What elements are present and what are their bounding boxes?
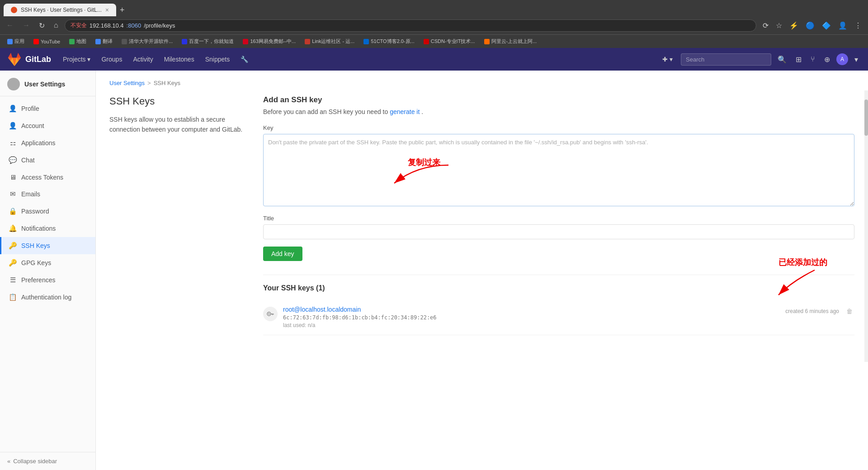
extension1-button[interactable]: ⚡ bbox=[787, 19, 801, 32]
topnav-milestones[interactable]: Milestones bbox=[160, 53, 199, 66]
key-textarea[interactable] bbox=[263, 134, 854, 206]
topnav-activity[interactable]: Activity bbox=[128, 53, 157, 66]
sidebar-item-emails-label: Emails bbox=[21, 190, 40, 198]
gpg-keys-icon: 🔑 bbox=[9, 259, 17, 267]
breadcrumb-parent-link[interactable]: User Settings bbox=[109, 80, 145, 86]
gitlab-logo-icon bbox=[7, 52, 22, 66]
profile-browser-button[interactable]: 👤 bbox=[835, 19, 850, 32]
sidebar-item-auth-log[interactable]: 📋 Authentication log bbox=[0, 289, 95, 306]
title-input[interactable] bbox=[263, 224, 854, 239]
account-icon: 👤 bbox=[9, 122, 17, 130]
svg-point-3 bbox=[269, 313, 270, 315]
scrollbar[interactable] bbox=[864, 90, 868, 362]
sidebar-item-gpg-keys-label: GPG Keys bbox=[21, 259, 51, 266]
collapse-icon: « bbox=[7, 458, 10, 465]
menu-button[interactable]: ⋮ bbox=[852, 19, 864, 32]
bookmark-baidu[interactable]: 百度一下，你就知道 bbox=[178, 37, 237, 46]
bookmark-apps[interactable]: 应用 bbox=[4, 37, 28, 46]
topnav-user-menu-button[interactable]: ▾ bbox=[852, 52, 861, 66]
bookmark-aliyun-icon bbox=[484, 39, 490, 44]
extension3-button[interactable]: 🔷 bbox=[819, 19, 834, 32]
sidebar-user: User Settings bbox=[0, 71, 95, 96]
scroll-thumb[interactable] bbox=[864, 100, 868, 136]
sidebar-item-account[interactable]: 👤 Account bbox=[0, 117, 95, 134]
gitlab-logo[interactable]: GitLab bbox=[7, 52, 51, 66]
key-icon-svg bbox=[267, 310, 274, 318]
new-tab-button[interactable]: + bbox=[116, 4, 128, 17]
bookmark-button[interactable]: ☆ bbox=[773, 19, 785, 32]
sidebar-item-emails[interactable]: ✉ Emails bbox=[0, 185, 95, 203]
ssh-key-details: root@localhost.localdomain 6c:72:63:7d:f… bbox=[283, 306, 780, 328]
topnav-search-input[interactable] bbox=[681, 53, 771, 66]
bookmark-csdn-icon bbox=[424, 39, 429, 44]
auth-log-icon: 📋 bbox=[9, 293, 17, 301]
topnav-wrench[interactable]: 🔧 bbox=[236, 53, 253, 66]
active-tab[interactable]: SSH Keys · User Settings · GitL... × bbox=[4, 4, 116, 16]
topnav-projects[interactable]: Projects ▾ bbox=[58, 53, 95, 66]
tab-favicon bbox=[11, 7, 17, 13]
sidebar-item-ssh-keys[interactable]: 🔑 SSH Keys bbox=[0, 237, 95, 254]
breadcrumb-separator: > bbox=[147, 80, 151, 86]
generate-it-link[interactable]: generate it bbox=[390, 108, 420, 115]
url-port: :8060 bbox=[127, 22, 142, 29]
sidebar-item-notifications[interactable]: 🔔 Notifications bbox=[0, 220, 95, 237]
bookmark-163[interactable]: 163网易免费邮--中... bbox=[239, 37, 299, 46]
bookmark-51cto[interactable]: 51CTO博客2.0-原... bbox=[360, 37, 418, 46]
bookmark-baidu-icon bbox=[182, 39, 187, 44]
refresh-button[interactable]: ↻ bbox=[36, 19, 47, 32]
browser-chrome: SSH Keys · User Settings · GitL... × + ←… bbox=[0, 0, 868, 48]
sidebar-item-access-tokens[interactable]: 🖥 Access Tokens bbox=[0, 169, 95, 185]
bookmark-link[interactable]: Link运维社区 - 运... bbox=[301, 37, 358, 46]
sidebar-item-account-label: Account bbox=[21, 122, 44, 129]
add-key-button[interactable]: Add key bbox=[263, 247, 302, 261]
topnav-snippets[interactable]: Snippets bbox=[201, 53, 234, 66]
sidebar-item-gpg-keys[interactable]: 🔑 GPG Keys bbox=[0, 254, 95, 271]
bookmark-link-icon bbox=[305, 39, 310, 44]
sidebar-item-password-label: Password bbox=[21, 208, 49, 215]
home-button[interactable]: ⌂ bbox=[51, 19, 61, 31]
topnav-fork-button[interactable]: ⑂ bbox=[808, 52, 818, 66]
topnav-mr-button[interactable]: ⊕ bbox=[821, 52, 833, 66]
topnav-user-avatar[interactable]: A bbox=[836, 53, 848, 65]
ssh-keys-title: SSH Keys bbox=[109, 95, 245, 107]
sidebar-item-chat-label: Chat bbox=[21, 157, 35, 164]
ssh-key-item: root@localhost.localdomain 6c:72:63:7d:f… bbox=[263, 299, 854, 335]
back-button[interactable]: ← bbox=[4, 19, 16, 31]
bookmark-tsinghua[interactable]: 清华大学开源软件... bbox=[118, 37, 176, 46]
bookmark-youtube[interactable]: YouTube bbox=[30, 38, 64, 45]
sidebar-item-preferences[interactable]: ☰ Preferences bbox=[0, 271, 95, 289]
topnav-groups[interactable]: Groups bbox=[97, 53, 127, 66]
sidebar-item-chat[interactable]: 💬 Chat bbox=[0, 152, 95, 169]
ssh-key-name[interactable]: root@localhost.localdomain bbox=[283, 306, 780, 313]
bookmark-csdn[interactable]: CSDN-专业IT技术... bbox=[420, 37, 479, 46]
extension2-button[interactable]: 🔵 bbox=[803, 19, 817, 32]
notifications-icon: 🔔 bbox=[9, 224, 17, 233]
access-tokens-icon: 🖥 bbox=[9, 173, 17, 181]
ssh-key-last-used: last used: n/a bbox=[283, 322, 780, 328]
translate-button[interactable]: ⟳ bbox=[760, 19, 771, 32]
browser-actions: ⟳ ☆ ⚡ 🔵 🔷 👤 ⋮ bbox=[760, 19, 864, 32]
sidebar-item-preferences-label: Preferences bbox=[21, 276, 55, 284]
bookmark-maps[interactable]: 地图 bbox=[66, 37, 90, 46]
sidebar-collapse-button[interactable]: « Collapse sidebar bbox=[0, 452, 95, 470]
ssh-keys-icon: 🔑 bbox=[9, 242, 17, 250]
bookmark-translate-icon bbox=[95, 39, 101, 44]
bookmark-translate[interactable]: 翻译 bbox=[92, 37, 116, 46]
bookmark-51cto-icon bbox=[363, 39, 369, 44]
forward-button[interactable]: → bbox=[20, 19, 33, 31]
sidebar-item-password[interactable]: 🔒 Password bbox=[0, 203, 95, 220]
sidebar-user-label: User Settings bbox=[24, 81, 65, 88]
bookmark-apps-icon bbox=[7, 39, 13, 44]
address-bar[interactable]: 不安全 192.168.10.4 :8060 /profile/keys bbox=[65, 19, 756, 32]
sidebar-item-profile[interactable]: 👤 Profile bbox=[0, 100, 95, 117]
profile-icon: 👤 bbox=[9, 104, 17, 113]
topnav-screen-button[interactable]: ⊞ bbox=[793, 52, 804, 66]
ssh-form-panel: Add an SSH key Before you can add an SSH… bbox=[263, 95, 854, 335]
topnav-search-button[interactable]: 🔍 bbox=[775, 52, 789, 66]
sidebar-item-applications[interactable]: ⚏ Applications bbox=[0, 134, 95, 152]
bookmark-aliyun[interactable]: 阿里云-上云就上阿... bbox=[481, 37, 541, 46]
title-form-group: Title bbox=[263, 215, 854, 239]
topnav-add-button[interactable]: ✚ ▾ bbox=[658, 53, 677, 66]
ssh-key-delete-button[interactable]: 🗑 bbox=[844, 306, 854, 317]
tab-close-button[interactable]: × bbox=[105, 7, 109, 13]
